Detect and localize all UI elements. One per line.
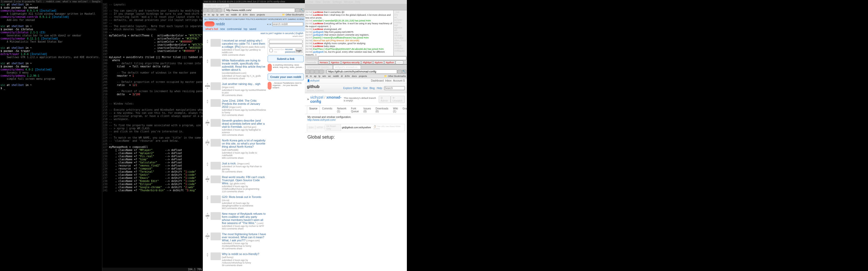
post-comments-link[interactable]: 212 comments share xyxy=(222,114,266,116)
bookmark[interactable]: di.fm xyxy=(243,13,248,16)
reload-button[interactable]: ⟳ xyxy=(213,8,217,12)
post-comments-link[interactable]: 59 comments share xyxy=(222,264,266,267)
downvote-icon[interactable]: ▼ xyxy=(204,198,211,200)
post-comments-link[interactable]: 88 comments share xyxy=(222,94,266,97)
clone-protocol-tab[interactable]: HTTP xyxy=(315,126,325,130)
post-comments-link[interactable]: 903 comments share xyxy=(222,207,266,210)
menu-item[interactable]: Settings xyxy=(333,1,342,3)
post-title-link[interactable]: June 22nd, 1994: The Critic Predicts the… xyxy=(222,99,266,109)
bookmark[interactable]: wm xyxy=(220,13,224,16)
thumbnail[interactable] xyxy=(211,82,221,90)
post-comments-link[interactable]: 40 comments share xyxy=(222,247,266,250)
post-comments-link[interactable]: 45 comments share xyxy=(222,170,266,173)
thumbnail[interactable] xyxy=(211,139,221,146)
go-button[interactable]: ▶ xyxy=(296,8,300,12)
channel-tab[interactable]: #gentoo-security xyxy=(341,61,361,64)
clone-url-input[interactable] xyxy=(341,126,372,129)
nav-link[interactable]: Explore GitHub xyxy=(343,87,361,90)
url-bar[interactable] xyxy=(225,8,295,12)
post-comments-link[interactable]: 1506 comments share xyxy=(222,54,266,56)
user-item[interactable]: Aj-Outka xyxy=(394,37,406,39)
bookmark[interactable]: wm xyxy=(322,75,326,77)
menu-item[interactable]: XChat xyxy=(306,1,313,3)
downvote-icon[interactable]: ▼ xyxy=(204,41,211,44)
bookmark[interactable]: wc xyxy=(328,75,331,77)
bookmark[interactable]: di xyxy=(239,13,241,16)
thumbnail[interactable] xyxy=(211,195,221,203)
thumbnail[interactable] xyxy=(211,252,221,260)
menu-button[interactable]: 🔧 xyxy=(300,8,304,12)
repo-tab[interactable]: Downloads (0) xyxy=(373,106,391,114)
browser-tab[interactable]: vicfryzel's xmonad-co... xyxy=(333,65,361,69)
post-title-link[interactable]: White Nationalists are trying to invade … xyxy=(222,59,266,75)
menu-item[interactable]: Help xyxy=(355,1,361,3)
bookmark[interactable]: wc xyxy=(226,13,229,16)
user-item[interactable]: aib xyxy=(394,29,406,32)
post-title-link[interactable]: Just a rock. (imgur.com) xyxy=(222,162,266,165)
upvote-icon[interactable]: ▲ xyxy=(204,82,211,84)
user-item[interactable]: aa_ xyxy=(394,16,406,19)
repo-owner-link[interactable]: vicfryzel xyxy=(310,95,323,99)
bookmark[interactable]: M xyxy=(204,13,206,16)
bookmark[interactable]: projects xyxy=(359,75,367,77)
menu-item[interactable]: View xyxy=(315,1,321,3)
upvote-icon[interactable]: ▲ xyxy=(204,175,211,178)
forward-button[interactable]: ► xyxy=(310,70,314,74)
upvote-icon[interactable]: ▲ xyxy=(204,212,211,214)
downvote-icon[interactable]: ▼ xyxy=(204,124,211,126)
next-button[interactable]: ► xyxy=(270,23,272,26)
user-item[interactable]: aganice xyxy=(394,26,406,29)
prev-button[interactable]: ◄ xyxy=(266,23,269,26)
post-title-link[interactable]: The most frightening fortune I have ever… xyxy=(222,233,266,242)
user-item[interactable]: AMBiguity xyxy=(394,49,406,52)
channel-tab[interactable]: #vim xyxy=(396,61,403,64)
bookmark[interactable]: docs xyxy=(352,75,357,77)
subreddit-bar[interactable]: ALL RANDOM | PICS REDDIT.COM FUNNY POLIT… xyxy=(203,18,304,21)
channel-tab[interactable]: #pylons xyxy=(373,61,384,64)
unwatch-button[interactable]: 👁 Unwatch xyxy=(391,96,405,103)
back-button[interactable]: ◄ xyxy=(203,8,208,12)
upvote-icon[interactable]: ▲ xyxy=(204,119,211,121)
user-link[interactable]: vicfryzel xyxy=(310,79,319,82)
bookmark[interactable]: m xyxy=(208,13,210,16)
downvote-icon[interactable]: ▼ xyxy=(204,255,211,257)
downvote-icon[interactable]: ▼ xyxy=(204,237,211,240)
post-title-link[interactable]: Real world results: FBI can't crack True… xyxy=(222,175,266,185)
other-bookmarks[interactable]: 📁 Other Bookmarks xyxy=(384,75,406,77)
recover-link[interactable]: recover password xyxy=(285,48,295,53)
bookmark[interactable]: ap xyxy=(314,75,316,77)
user-item[interactable]: Aikawa xyxy=(394,34,406,37)
upvote-icon[interactable]: ▲ xyxy=(204,233,211,235)
username-field[interactable] xyxy=(269,40,303,43)
user-item[interactable]: Ahri xyxy=(394,32,406,34)
clone-protocol-tab[interactable]: SSH xyxy=(307,126,315,130)
search-input[interactable] xyxy=(384,86,405,90)
thumbnail[interactable] xyxy=(211,233,221,240)
browser-tab[interactable]: Unanswered Questio... xyxy=(305,65,333,69)
post-title-link[interactable]: Why is reddit so eco-friendly? (self.fun… xyxy=(222,252,266,259)
thumbnail[interactable] xyxy=(211,162,221,170)
repo-tab[interactable]: Commits xyxy=(320,106,335,114)
thumbnail[interactable] xyxy=(211,175,221,183)
channel-tab[interactable]: #lighttpd xyxy=(362,61,373,64)
upvote-icon[interactable]: ▲ xyxy=(204,139,211,141)
menu-item[interactable]: Window xyxy=(344,1,353,3)
bookmark[interactable]: di.fm xyxy=(345,75,350,77)
repo-url-link[interactable]: http://www.vicfryzel.com/ xyxy=(307,118,336,121)
reload-button[interactable]: ⟳ xyxy=(315,70,319,74)
bookmark[interactable]: m xyxy=(310,75,312,77)
user-nav-link[interactable]: Inbox xyxy=(385,79,392,82)
user-nav-link[interactable]: Dashboard xyxy=(371,79,383,82)
thumbnail[interactable] xyxy=(211,119,221,127)
bookmark[interactable]: ap xyxy=(212,13,214,16)
nav-link[interactable]: Help xyxy=(377,87,382,90)
nav-link[interactable]: Gist xyxy=(363,87,368,90)
admin-button[interactable]: ⚙ Admin xyxy=(379,96,391,103)
post-title-link[interactable]: Seventh graders describe (and draw) scie… xyxy=(222,119,266,129)
menu-item[interactable]: Server xyxy=(323,1,330,3)
user-item[interactable]: Allen_Freal xyxy=(394,39,406,42)
home-button[interactable]: ⌂ xyxy=(319,70,323,74)
downvote-icon[interactable]: ▼ xyxy=(204,217,211,219)
bookmark[interactable]: lp xyxy=(216,13,218,16)
user-nav-link[interactable]: Account S xyxy=(393,79,405,82)
